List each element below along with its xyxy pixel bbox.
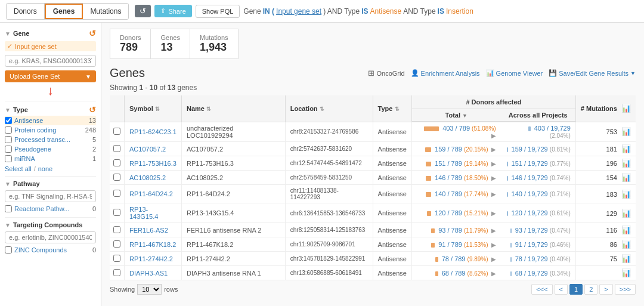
tab-donors[interactable]: Donors [7, 4, 45, 19]
row-checkbox-6[interactable] [113, 226, 120, 233]
targeting-section-header[interactable]: ▼ Targeting Compounds [5, 220, 96, 230]
th-total[interactable]: Total ▼ [411, 109, 500, 122]
select-all-link[interactable]: Select all [5, 165, 32, 172]
upload-gene-set-button[interactable]: Upload Gene Set ▼ [5, 70, 96, 82]
select-none-link[interactable]: none [38, 165, 52, 172]
row-expand-icon-7[interactable]: ▶ [491, 242, 496, 248]
row-expand-icon-1[interactable]: ▶ [491, 146, 496, 153]
symbol-link-6[interactable]: FER1L6-AS2 [129, 227, 168, 234]
type-antisense-item[interactable]: Antisense 13 [5, 116, 96, 125]
type-protein-item[interactable]: Protein coding 248 [5, 125, 96, 135]
mutations-chart-icon[interactable]: 📊 [621, 104, 631, 113]
row-checkbox-0[interactable] [113, 128, 120, 135]
page-2-button[interactable]: 2 [584, 284, 597, 295]
mutations-bar-icon-6[interactable]: 📊 [621, 225, 631, 234]
mutations-bar-icon-3[interactable]: 📊 [621, 173, 631, 182]
row-checkbox-cell[interactable] [110, 185, 125, 203]
zinc-checkbox[interactable] [5, 246, 12, 254]
oncogrid-button[interactable]: ⊞ OncoGrid [368, 69, 404, 78]
row-checkbox-8[interactable] [113, 255, 120, 262]
reset-button[interactable]: ↺ [135, 5, 151, 17]
row-checkbox-5[interactable] [113, 209, 120, 216]
row-checkbox-4[interactable] [113, 190, 120, 197]
mutations-bar-icon-4[interactable]: 📊 [621, 190, 631, 199]
th-type[interactable]: Type ⇅ [373, 95, 411, 122]
genome-button[interactable]: 📊 Genome Viewer [486, 69, 543, 77]
row-checkbox-cell[interactable] [110, 122, 125, 142]
type-reset-icon[interactable]: ↺ [89, 105, 96, 115]
symbol-link-3[interactable]: AC108025.2 [129, 174, 166, 181]
pseudogene-checkbox[interactable] [5, 146, 12, 153]
row-expand-icon-9[interactable]: ▶ [491, 270, 496, 277]
th-mutations[interactable]: # Mutations 📊 [575, 95, 636, 122]
row-checkbox-cell[interactable] [110, 203, 125, 223]
row-checkbox-9[interactable] [113, 269, 120, 276]
row-checkbox-cell[interactable] [110, 142, 125, 156]
next-page-button[interactable]: > [599, 284, 612, 295]
row-checkbox-cell[interactable] [110, 252, 125, 266]
row-checkbox-cell[interactable] [110, 223, 125, 237]
th-symbol[interactable]: Symbol ⇅ [125, 95, 182, 122]
row-checkbox-2[interactable] [113, 159, 120, 166]
symbol-link-9[interactable]: DIAPH3-AS1 [129, 270, 168, 277]
compounds-search-input[interactable] [5, 231, 96, 243]
prev-page-button[interactable]: < [555, 284, 568, 295]
th-across[interactable]: Across all Projects [501, 109, 576, 122]
rows-per-page-select[interactable]: 10 25 50 [137, 284, 162, 295]
processed-checkbox[interactable] [5, 136, 12, 143]
zinc-compounds-item[interactable]: ZINC Compounds 0 [5, 245, 96, 255]
symbol-link-7[interactable]: RP11-467K18.2 [129, 241, 176, 248]
row-expand-icon-5[interactable]: ▶ [491, 210, 496, 217]
row-checkbox-cell[interactable] [110, 171, 125, 185]
mutations-bar-icon-0[interactable]: 📊 [621, 127, 631, 136]
mutations-bar-icon-2[interactable]: 📊 [621, 159, 631, 168]
mutations-bar-icon-9[interactable]: 📊 [621, 268, 631, 277]
row-expand-icon-8[interactable]: ▶ [491, 256, 496, 262]
mutations-bar-icon-5[interactable]: 📊 [621, 209, 631, 218]
row-checkbox-7[interactable] [113, 240, 120, 248]
row-checkbox-cell[interactable] [110, 156, 125, 171]
pathway-search-input[interactable] [5, 190, 96, 202]
gene-section-header[interactable]: ▼ Gene ↺ [5, 27, 96, 39]
symbol-link-4[interactable]: RP11-64D24.2 [129, 190, 173, 197]
row-expand-icon-2[interactable]: ▶ [491, 160, 496, 167]
page-1-button[interactable]: 1 [569, 284, 583, 295]
symbol-link-5[interactable]: RP13-143G15.4 [129, 206, 158, 220]
row-checkbox-cell[interactable] [110, 266, 125, 280]
type-processed-item[interactable]: Processed transc... 5 [5, 135, 96, 144]
row-expand-icon-0[interactable]: ▶ [491, 132, 496, 139]
type-pseudogene-item[interactable]: Pseudogene 2 [5, 144, 96, 154]
tab-genes[interactable]: Genes [45, 4, 83, 19]
pathway-section-header[interactable]: ▼ Pathway [5, 179, 96, 188]
th-name[interactable]: Name ⇅ [181, 95, 285, 122]
row-expand-icon-4[interactable]: ▶ [491, 191, 496, 197]
row-checkbox-cell[interactable] [110, 237, 125, 252]
symbol-link-2[interactable]: RP11-753H16.3 [129, 160, 177, 167]
gene-search-input[interactable] [5, 55, 96, 67]
gene-reset-icon[interactable]: ↺ [89, 29, 96, 38]
show-pql-button[interactable]: Show PQL [196, 5, 240, 18]
enrichment-button[interactable]: 👤 Enrichment Analysis [411, 69, 480, 77]
row-expand-icon-3[interactable]: ▶ [491, 175, 496, 181]
symbol-link-0[interactable]: RP11-624C23.1 [129, 128, 177, 135]
share-button[interactable]: ⇧ Share [154, 5, 191, 17]
mutations-bar-icon-8[interactable]: 📊 [621, 254, 631, 263]
row-checkbox-3[interactable] [113, 174, 120, 181]
antisense-checkbox[interactable] [5, 117, 12, 124]
symbol-link-1[interactable]: AC107057.2 [129, 146, 166, 153]
mutations-bar-icon-7[interactable]: 📊 [621, 240, 631, 249]
tab-mutations[interactable]: Mutations [83, 4, 128, 19]
th-location[interactable]: Location ⇅ [285, 95, 373, 122]
row-checkbox-1[interactable] [113, 145, 120, 152]
reactome-checkbox[interactable] [5, 205, 12, 212]
pathway-reactome-item[interactable]: Reactome Pathw... 0 [5, 204, 96, 214]
query-insertion[interactable]: Insertion [446, 7, 473, 16]
row-expand-icon-6[interactable]: ▶ [491, 227, 496, 234]
mutations-bar-icon-1[interactable]: 📊 [621, 144, 631, 153]
type-mirna-item[interactable]: miRNA 1 [5, 154, 96, 163]
query-input-gene-set[interactable]: Input gene set [276, 7, 321, 16]
symbol-link-8[interactable]: RP11-274H2.2 [129, 255, 173, 262]
query-antisense[interactable]: Antisense [370, 7, 402, 16]
mirna-checkbox[interactable] [5, 155, 12, 162]
last-page-button[interactable]: >>> [615, 284, 636, 295]
